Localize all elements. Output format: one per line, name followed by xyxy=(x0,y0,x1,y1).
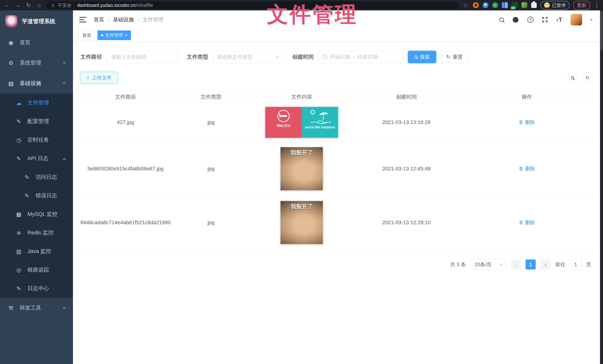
browser-menu-icon[interactable]: ⋮ xyxy=(594,2,600,9)
page-scrollbar[interactable] xyxy=(600,10,603,364)
date-range-picker[interactable]: 开始日期 - 结束日期 xyxy=(318,51,403,63)
breadcrumb-infra[interactable]: 基础设施 xyxy=(113,16,134,23)
sidebar-item-home[interactable]: ◉ 首页 xyxy=(0,32,73,53)
timer-icon: ◷ xyxy=(16,137,22,143)
sidebar-item-label: 日志中心 xyxy=(27,285,49,292)
url-divider xyxy=(74,3,74,7)
delete-button[interactable]: 删除 xyxy=(519,119,535,126)
github-icon[interactable] xyxy=(512,16,519,23)
table-row: 8448cada8c714e4ab61f521c8da21990 jpg 我裂开… xyxy=(80,196,593,250)
font-size-icon[interactable]: TT xyxy=(556,16,562,23)
search-icon[interactable] xyxy=(499,17,504,22)
file-type-select[interactable]: 请选择文件类型 xyxy=(213,51,283,63)
sidebar-item-cron-job[interactable]: ◷ 定时任务 xyxy=(0,131,73,149)
tag-label: 首页 xyxy=(82,32,91,38)
sidebar-item-log-center[interactable]: ✎ 日志中心 xyxy=(0,279,73,298)
next-page-button[interactable]: › xyxy=(540,260,550,270)
chevron-down-icon xyxy=(63,60,66,64)
breadcrumb-home[interactable]: 首页 xyxy=(94,16,104,23)
browser-home-icon[interactable]: ⌂ xyxy=(36,2,43,8)
browser-forward-icon[interactable]: → xyxy=(14,2,21,8)
bookmark-star-icon[interactable]: ☆ xyxy=(462,2,469,8)
upload-file-button[interactable]: + 上传文件 xyxy=(80,72,118,83)
delete-button[interactable]: 删除 xyxy=(519,219,535,226)
goto-page-input[interactable] xyxy=(570,259,581,270)
page-number-1[interactable]: 1 xyxy=(526,260,536,270)
refresh-icon: ↻ xyxy=(585,75,590,81)
sidebar-item-infra[interactable]: ▤ 基础设施 xyxy=(0,73,73,93)
cell-actions: 删除 xyxy=(461,119,593,126)
tag-home[interactable]: 首页 xyxy=(79,30,95,40)
sidebar-item-dev-tools[interactable]: ⚒ 研发工具 xyxy=(0,298,73,318)
sidebar-item-mysql-monitor[interactable]: ▦ MySQL 监控 xyxy=(0,205,73,224)
tags-view-bar: 首页 文件管理 × xyxy=(73,29,600,42)
browser-reload-icon[interactable]: ↻ xyxy=(25,2,32,8)
page-watermark-title: 文件管理 xyxy=(267,0,358,29)
log-icon: ✎ xyxy=(16,155,22,162)
scrollbar-thumb[interactable] xyxy=(601,11,603,50)
sidebar-item-label: Redis 监控 xyxy=(27,229,53,237)
avatar-caret-icon[interactable]: ▾ xyxy=(590,17,593,23)
page-size-select[interactable]: 10条/页 xyxy=(471,259,506,270)
file-path-input[interactable] xyxy=(111,54,173,60)
delete-button[interactable]: 删除 xyxy=(519,165,535,172)
security-warning-icon[interactable]: ⚠ xyxy=(51,3,55,8)
prev-page-button[interactable]: ‹ xyxy=(511,260,521,270)
refresh-table-button[interactable]: ↻ xyxy=(582,73,593,83)
filter-form: 文件路径 文件类型 请选择文件类型 创建时间 开始日期 - 结束日期 搜索 xyxy=(80,51,593,63)
extension-pin-icon[interactable] xyxy=(483,2,488,8)
next-icon: › xyxy=(545,261,546,268)
sidebar-item-trace[interactable]: ◎ 链路追踪 xyxy=(0,261,73,279)
cell-file-type: jpg xyxy=(171,166,252,172)
cell-actions: 删除 xyxy=(461,165,593,172)
file-preview-image[interactable]: 996.ICU xyxy=(265,107,338,138)
close-icon[interactable]: × xyxy=(125,33,127,38)
create-time-label: 创建时间 xyxy=(292,53,314,61)
page-size-value: 10条/页 xyxy=(475,261,492,268)
total-count: 共 3 条 xyxy=(450,261,466,268)
file-preview-image[interactable]: 我裂开了 xyxy=(280,147,323,190)
sidebar-item-access-log[interactable]: ✎ 访问日志 xyxy=(0,168,73,186)
extensions-puzzle-icon[interactable] xyxy=(531,2,537,8)
layers-icon: ≋ xyxy=(16,230,22,236)
sidebar-toggle-icon[interactable] xyxy=(79,17,86,23)
breadcrumb: 首页 / 基础设施 / 文件管理 xyxy=(94,16,163,23)
meme-caption: 我裂开了 xyxy=(280,149,323,157)
breadcrumb-separator: / xyxy=(108,17,109,23)
extension-switch-icon[interactable]: on xyxy=(511,2,518,8)
sidebar-logo-row[interactable]: 芋道管理系统 xyxy=(0,10,73,32)
tag-file-manage[interactable]: 文件管理 × xyxy=(97,30,131,40)
help-icon[interactable]: ? xyxy=(527,17,533,23)
user-avatar[interactable] xyxy=(570,14,582,25)
preview-left-caption: 996.ICU xyxy=(277,124,290,128)
sidebar-item-label: 系统管理 xyxy=(20,59,41,67)
extension-leaf-icon[interactable] xyxy=(522,2,527,8)
search-button[interactable]: 搜索 xyxy=(408,51,436,63)
fullscreen-icon[interactable] xyxy=(542,17,548,23)
address-bar[interactable]: ⚠ 不安全 dashboard.yudao.iocoder.cn/infra/f… xyxy=(46,1,458,9)
extension-check-icon[interactable]: ✓ xyxy=(492,2,498,8)
trash-icon xyxy=(519,166,523,171)
sidebar-item-redis-monitor[interactable]: ≋ Redis 监控 xyxy=(0,224,73,242)
upload-button-label: 上传文件 xyxy=(92,74,112,81)
browser-back-icon[interactable]: ← xyxy=(3,2,10,8)
reset-button[interactable]: ↻ 重置 xyxy=(441,51,468,63)
sidebar-item-java-monitor[interactable]: ▥ Java 监控 xyxy=(0,242,73,261)
goto-suffix-label: 页 xyxy=(586,261,591,268)
sidebar-item-api-log[interactable]: ✎ API 日志 xyxy=(0,149,73,168)
sidebar-item-error-log[interactable]: ✎ 错误日志 xyxy=(0,186,73,205)
col-create-time: 创建时间 xyxy=(352,93,461,101)
app-title: 芋道管理系统 xyxy=(22,18,55,25)
browser-update-button[interactable]: 更新 xyxy=(573,1,590,10)
toggle-search-button[interactable] xyxy=(567,73,578,83)
emoji-avatar-icon xyxy=(544,2,550,8)
extension-grid-icon[interactable] xyxy=(502,2,508,8)
paused-extension-pill[interactable]: 已暂停 xyxy=(540,1,569,10)
col-file-content: 文件内容 xyxy=(252,93,352,101)
cell-file-content: 我裂开了 xyxy=(252,147,352,190)
extension-gear-icon[interactable] xyxy=(473,2,479,8)
sidebar-item-file-manage[interactable]: ☁ 文件管理 xyxy=(0,93,73,112)
sidebar-item-system[interactable]: ⚙ 系统管理 xyxy=(0,53,73,73)
sidebar-item-config[interactable]: ✎ 配置管理 xyxy=(0,112,73,131)
file-preview-image[interactable]: 我裂开了 xyxy=(280,201,323,244)
